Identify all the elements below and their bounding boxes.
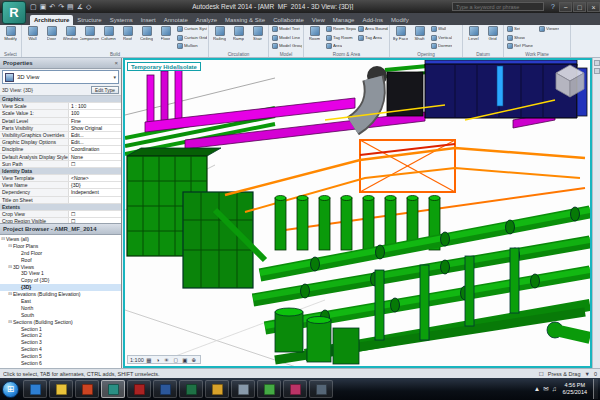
taskbar-clock[interactable]: 4:56 PM 6/25/2014 <box>560 382 590 396</box>
browser-tree-item[interactable]: ⊟ Floor Plans <box>0 243 121 250</box>
browser-tree-item[interactable]: North <box>0 305 121 312</box>
view-control-icon[interactable]: ▦ <box>145 357 153 363</box>
ribbon-tab[interactable]: Massing & Site <box>221 15 269 25</box>
ribbon-button[interactable]: Wall <box>429 25 461 34</box>
internet-explorer-icon[interactable] <box>23 380 47 398</box>
ribbon-button[interactable]: Viewer <box>537 25 569 34</box>
notepad-icon[interactable] <box>231 380 255 398</box>
property-row[interactable]: View Name {3D} <box>0 182 121 189</box>
ribbon-button[interactable]: Mullion <box>175 42 207 51</box>
show-desktop-button[interactable] <box>593 379 598 399</box>
property-row[interactable]: Crop View ☐ <box>0 211 121 218</box>
undo-icon[interactable]: ↶ <box>49 3 55 11</box>
ribbon-button[interactable]: Room Separator <box>324 25 356 34</box>
ribbon-button[interactable]: Ref Plane <box>505 42 537 51</box>
ribbon-button[interactable]: Show <box>505 34 537 43</box>
press-drag-checkbox[interactable]: ☐ <box>539 371 544 377</box>
ribbon-button[interactable]: Area <box>324 42 356 51</box>
ribbon-tab[interactable]: Add-Ins <box>358 15 387 25</box>
steering-wheel-icon[interactable] <box>594 60 600 66</box>
ribbon-button[interactable]: Shaft <box>410 25 429 51</box>
open-icon[interactable]: ▢ <box>30 3 37 11</box>
browser-tree-item[interactable]: Section 3 <box>0 339 121 346</box>
property-row[interactable]: Graphic Display Options Edit... <box>0 139 121 146</box>
excel-icon[interactable] <box>179 380 203 398</box>
filter-icon[interactable]: ▼ <box>584 371 589 377</box>
property-row[interactable]: Graphics <box>0 96 121 103</box>
ribbon-button[interactable]: Model Line <box>270 34 302 43</box>
ribbon-tab[interactable]: Annotate <box>160 15 192 25</box>
outlook-icon[interactable] <box>205 380 229 398</box>
browser-tree-item[interactable]: Roof <box>0 257 121 264</box>
ribbon-button[interactable]: Room <box>305 25 324 51</box>
ribbon-tab[interactable]: Systems <box>106 15 137 25</box>
property-row[interactable]: Sun Path ☐ <box>0 161 121 168</box>
ribbon-button[interactable]: Column <box>99 25 118 51</box>
ribbon-button[interactable]: Dormer <box>429 42 461 51</box>
browser-tree-item[interactable]: ⊟ Views (all) <box>0 236 121 243</box>
ribbon-button[interactable]: Modify <box>1 25 20 51</box>
ribbon-tab[interactable]: Architecture <box>30 15 73 25</box>
property-row[interactable]: Discipline Coordination <box>0 146 121 153</box>
property-row[interactable]: Parts Visibility Show Original <box>0 125 121 132</box>
browser-tree-item[interactable]: Copy of {3D} <box>0 277 121 284</box>
view-control-icon[interactable]: ◑ <box>154 357 162 363</box>
ribbon-button[interactable]: Ramp <box>229 25 248 51</box>
ribbon-button[interactable]: Grid <box>483 25 502 51</box>
ribbon-tab[interactable]: Analyze <box>192 15 221 25</box>
close-icon[interactable]: × <box>114 60 118 66</box>
minimize-button[interactable]: − <box>559 2 572 12</box>
ribbon-tab[interactable]: View <box>308 15 329 25</box>
revit-icon[interactable] <box>101 380 125 398</box>
edit-type-button[interactable]: Edit Type <box>91 86 119 94</box>
browser-tree-item[interactable]: Section 4 <box>0 346 121 353</box>
measure-icon[interactable]: ∡ <box>77 3 83 11</box>
ribbon-button[interactable]: Window <box>61 25 80 51</box>
type-selector[interactable]: 3D View ▾ <box>2 70 119 84</box>
file-explorer-icon[interactable] <box>49 380 73 398</box>
save-icon[interactable]: ▣ <box>40 3 47 11</box>
ribbon-button[interactable]: Area Boundary <box>356 25 388 34</box>
view-control-icon[interactable]: ⊕ <box>190 357 198 363</box>
ribbon-tab[interactable]: Insert <box>137 15 160 25</box>
view-control-icon[interactable]: ▣ <box>181 357 189 363</box>
view-control-icon[interactable]: ◻ <box>172 357 180 363</box>
property-row[interactable]: View Scale 1 : 100 <box>0 103 121 110</box>
model-cooling-towers[interactable] <box>127 148 253 288</box>
ribbon-button[interactable]: Tag Area <box>356 34 388 43</box>
ribbon-button[interactable]: Railing <box>210 25 229 51</box>
ribbon-button[interactable]: Door <box>42 25 61 51</box>
browser-tree-item[interactable]: Section 2 <box>0 332 121 339</box>
browser-tree-item[interactable]: ⊟ Sections (Building Section) <box>0 319 121 326</box>
property-row[interactable]: Extents <box>0 204 121 211</box>
property-row[interactable]: Dependency Independent <box>0 189 121 196</box>
model-3d-view[interactable] <box>125 60 590 366</box>
ribbon-button[interactable]: Curtain Grid <box>175 34 207 43</box>
tray-icon[interactable]: ▲ <box>534 385 540 393</box>
property-row[interactable]: Title on Sheet <box>0 197 121 204</box>
ribbon-tab[interactable]: Structure <box>73 15 105 25</box>
property-row[interactable]: View Template <None> <box>0 175 121 182</box>
browser-tree-item[interactable]: 2nd Floor <box>0 250 121 257</box>
start-button[interactable]: ⊞ <box>2 381 19 398</box>
help-icon[interactable]: ? <box>551 3 555 10</box>
property-row[interactable]: Identity Data <box>0 168 121 175</box>
temporary-hide-isolate-badge[interactable]: Temporary Hide/Isolate <box>127 62 201 71</box>
tray-icon[interactable]: ♫ <box>552 385 557 393</box>
browser-tree-item[interactable]: ⊟ Elevations (Building Elevation) <box>0 291 121 298</box>
ribbon-tab[interactable]: Manage <box>329 15 359 25</box>
property-row[interactable]: Scale Value 1: 100 <box>0 110 121 117</box>
property-row[interactable]: Default Analysis Display Style None <box>0 154 121 161</box>
ribbon-button[interactable]: Ceiling <box>137 25 156 51</box>
ribbon-button[interactable]: Model Group <box>270 42 302 51</box>
ribbon-button[interactable]: Floor <box>156 25 175 51</box>
browser-icon[interactable] <box>257 380 281 398</box>
ribbon-button[interactable]: Roof <box>118 25 137 51</box>
drawing-area[interactable]: Temporary Hide/Isolate <box>123 58 592 368</box>
application-menu-button[interactable]: R <box>2 1 26 24</box>
ribbon-button[interactable]: Tag Room <box>324 34 356 43</box>
view-control-icon[interactable]: ☀ <box>163 357 171 363</box>
ribbon-button[interactable]: Set <box>505 25 537 34</box>
browser-tree-item[interactable]: ⊟ 3D Views <box>0 264 121 271</box>
pdf-icon[interactable] <box>283 380 307 398</box>
